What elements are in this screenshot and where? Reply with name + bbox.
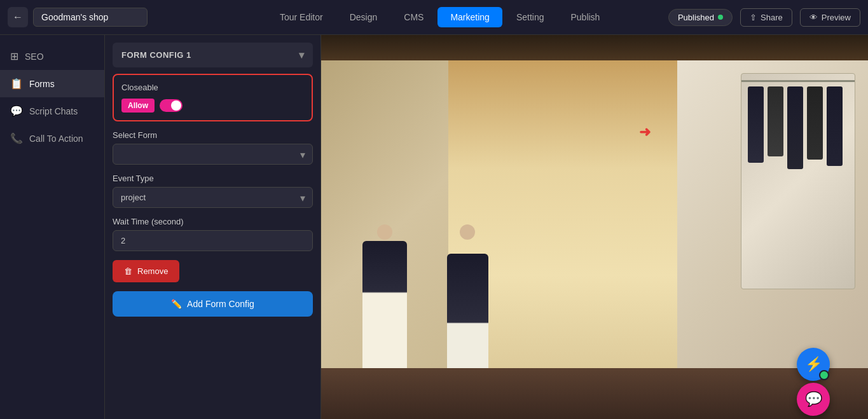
mannequin-group: [359, 241, 493, 368]
main-layout: ⊞ SEO 📋 Forms 💬 Script Chats 📞 Call To A…: [0, 35, 868, 419]
closeable-toggle[interactable]: [160, 99, 183, 112]
nav-right: Published ⇧ Share 👁 Preview: [668, 8, 860, 27]
floor: [321, 368, 868, 419]
mannequin-body-2: [447, 254, 488, 368]
share-label: Share: [761, 13, 783, 22]
garment-3: [787, 86, 803, 169]
wait-time-input[interactable]: [113, 230, 313, 251]
pencil-icon: ✏️: [171, 299, 182, 309]
wait-time-label: Wait Time (second): [113, 217, 313, 226]
garment-5: [827, 86, 843, 166]
mannequin-2: [442, 241, 493, 368]
sidebar-label-call-to-action: Call To Action: [29, 134, 83, 144]
event-type-label: Event Type: [113, 174, 313, 183]
back-button[interactable]: ←: [8, 7, 28, 27]
mannequin-body-1: [362, 241, 407, 368]
support-chat-button[interactable]: 💬: [797, 383, 830, 416]
support-chat-icon: 💬: [805, 391, 822, 408]
forms-icon: 📋: [10, 78, 23, 90]
published-dot: [718, 15, 723, 20]
tab-setting[interactable]: Setting: [504, 7, 557, 27]
seo-icon: ⊞: [10, 50, 18, 62]
top-navigation: ← Tour Editor Design CMS Marketing Setti…: [0, 0, 868, 35]
tab-tour-editor[interactable]: Tour Editor: [267, 7, 336, 27]
messenger-online-dot: [820, 371, 829, 380]
mannequin-head-1: [377, 224, 392, 240]
wait-time-section: Wait Time (second): [113, 217, 313, 251]
published-badge: Published: [668, 9, 733, 26]
chevron-down-icon: ▾: [299, 49, 305, 61]
mannequin-1: [359, 241, 410, 368]
sidebar: ⊞ SEO 📋 Forms 💬 Script Chats 📞 Call To A…: [0, 35, 105, 419]
sidebar-item-call-to-action[interactable]: 📞 Call To Action: [0, 125, 104, 152]
script-chats-icon: 💬: [10, 105, 23, 117]
config-panel: FORM CONFIG 1 ▾ Closeable Allow Select F…: [105, 35, 321, 419]
form-config-title: FORM CONFIG 1: [121, 50, 191, 60]
messenger-chat-button[interactable]: ⚡: [797, 348, 830, 381]
sidebar-label-seo: SEO: [25, 52, 44, 62]
event-type-section: Event Type project page scroll time: [113, 174, 313, 208]
shop-scene: ➜: [321, 35, 868, 419]
clothing-rack: [741, 73, 855, 289]
select-form-wrapper: [113, 144, 313, 165]
shop-name-input[interactable]: [33, 8, 148, 27]
form-config-header[interactable]: FORM CONFIG 1 ▾: [113, 43, 313, 67]
allow-label: Allow: [121, 99, 155, 113]
select-form-section: Select Form: [113, 130, 313, 165]
remove-label: Remove: [137, 266, 168, 276]
preview-icon: 👁: [809, 13, 818, 22]
tab-cms[interactable]: CMS: [391, 7, 436, 27]
trash-icon: 🗑: [124, 266, 132, 276]
nav-tabs: Tour Editor Design CMS Marketing Setting…: [267, 7, 612, 27]
ceiling-bar: [321, 35, 868, 60]
call-to-action-icon: 📞: [10, 132, 23, 144]
sidebar-item-script-chats[interactable]: 💬 Script Chats: [0, 97, 104, 125]
mannequin-head-2: [460, 224, 475, 240]
select-form-dropdown[interactable]: [113, 144, 313, 165]
remove-button[interactable]: 🗑 Remove: [113, 260, 179, 282]
hanging-clothes: [748, 83, 848, 276]
tab-design[interactable]: Design: [337, 7, 390, 27]
preview-button[interactable]: 👁 Preview: [800, 8, 860, 27]
toggle-row: Allow: [121, 99, 304, 113]
closeable-label: Closeable: [121, 83, 304, 92]
scene-overlay: ➜: [321, 35, 868, 419]
garment-4: [807, 86, 823, 160]
share-icon: ⇧: [750, 13, 757, 22]
rack-rod: [741, 80, 855, 82]
garment-1: [748, 86, 764, 163]
closeable-section: Closeable Allow: [113, 74, 313, 121]
share-button[interactable]: ⇧ Share: [740, 8, 792, 27]
sidebar-item-seo[interactable]: ⊞ SEO: [0, 43, 104, 70]
published-label: Published: [678, 13, 714, 22]
select-form-label: Select Form: [113, 130, 313, 140]
garment-2: [768, 86, 783, 156]
scene-background: ➜: [321, 35, 868, 419]
event-type-dropdown[interactable]: project page scroll time: [113, 187, 313, 208]
tab-publish[interactable]: Publish: [558, 7, 612, 27]
event-type-wrapper: project page scroll time: [113, 187, 313, 208]
preview-label: Preview: [822, 13, 851, 22]
sidebar-item-forms[interactable]: 📋 Forms: [0, 70, 104, 97]
tab-marketing[interactable]: Marketing: [437, 7, 502, 27]
add-form-config-button[interactable]: ✏️ Add Form Config: [113, 291, 313, 317]
add-config-label: Add Form Config: [187, 299, 254, 309]
messenger-icon: ⚡: [805, 356, 822, 373]
sidebar-label-script-chats: Script Chats: [29, 106, 78, 116]
red-arrow-indicator: ➜: [639, 124, 651, 141]
sidebar-label-forms: Forms: [29, 79, 55, 89]
preview-area: ➜ ⚡ 💬: [321, 35, 868, 419]
